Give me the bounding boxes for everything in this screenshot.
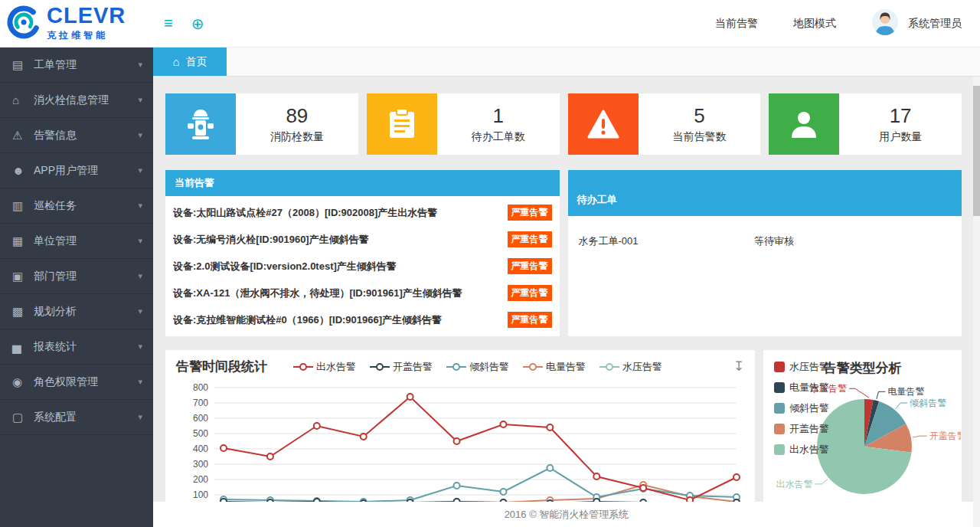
sidebar-item-inspection-tasks[interactable]: ▥ 巡检任务 ▾ (0, 188, 153, 224)
current-alerts-panel: 当前告警 设备:太阳山路试点栓#27（2008）[ID:902008]产生出水告… (165, 170, 560, 336)
tab-home-label: 首页 (186, 55, 207, 69)
stat-value: 5 (694, 104, 704, 128)
line-legend-item[interactable]: 电量告警 (523, 360, 586, 374)
footer: 2016 © 智能消火栓管理系统 (153, 502, 980, 527)
alert-text: 设备:XA-121（泄水阀不排水，待处理）[ID:901961]产生倾斜告警 (173, 286, 508, 300)
scrollbar-thumb[interactable] (973, 86, 980, 216)
globe-icon[interactable]: ⊕ (191, 15, 204, 33)
panel-title: 待办工单 (568, 170, 962, 216)
avatar[interactable] (871, 8, 899, 39)
alert-type-chart-panel: 告警类型分析 水压告警电量告警倾斜告警开盖告警出水告警 水压告警电量告警倾斜告警… (763, 350, 962, 503)
svg-text:开盖告警: 开盖告警 (929, 430, 961, 441)
sidebar: ▤ 工单管理 ▾ ⌂ 消火栓信息管理 ▾ ⚠ 告警信息 ▾ ☻ APP用户管理 … (0, 47, 153, 527)
home-icon: ⌂ (172, 55, 179, 68)
severe-alert-badge: 严重告警 (508, 258, 552, 274)
stat-card-pending-orders: 1 待办工单数 (367, 93, 560, 155)
alert-list-item[interactable]: 设备:2.0测试设备[ID:version2.0test]产生倾斜告警 严重告警 (173, 253, 552, 280)
brand-name: CLEVR (47, 5, 126, 27)
pending-orders-panel: 待办工单 水务工单-001 等待审核 (568, 170, 962, 336)
chevron-down-icon: ▾ (138, 130, 142, 140)
panel-title: 当前告警 (165, 170, 560, 196)
svg-text:400: 400 (193, 444, 208, 454)
scrollbar[interactable] (973, 77, 980, 527)
stat-value: 17 (890, 104, 912, 128)
sidebar-item-role-permissions[interactable]: ◉ 角色权限管理 ▾ (0, 365, 153, 400)
sidebar-item-label: 巡检任务 (34, 199, 138, 213)
alert-list-item[interactable]: 设备:XA-121（泄水阀不排水，待处理）[ID:901961]产生倾斜告警 严… (173, 280, 552, 306)
role-permissions-icon: ◉ (12, 375, 32, 389)
inspection-tasks-icon: ▥ (12, 199, 32, 213)
alert-time-chart-panel: 告警时间段统计 出水告警开盖告警倾斜告警电量告警水压告警 ↧ 100200300… (165, 350, 755, 503)
sidebar-item-system-config[interactable]: ▢ 系统配置 ▾ (0, 400, 153, 435)
work-orders-icon: ▤ (12, 58, 32, 72)
chevron-down-icon: ▾ (138, 95, 142, 105)
svg-text:300: 300 (193, 459, 208, 470)
stat-label: 待办工单数 (472, 130, 525, 144)
sidebar-item-planning-analysis[interactable]: ▩ 规划分析 ▾ (0, 294, 153, 329)
sidebar-item-app-users[interactable]: ☻ APP用户管理 ▾ (0, 153, 153, 188)
sidebar-item-label: 告警信息 (34, 129, 138, 142)
pie-legend-item[interactable]: 倾斜告警 (774, 401, 829, 415)
tab-home[interactable]: ⌂ 首页 (153, 47, 227, 76)
stat-card-user-count: 17 用户数量 (769, 93, 962, 155)
svg-text:200: 200 (193, 474, 208, 485)
sidebar-item-report-stats[interactable]: ▅ 报表统计 ▾ (0, 329, 153, 365)
sidebar-item-work-orders[interactable]: ▤ 工单管理 ▾ (0, 47, 153, 83)
sidebar-item-departments[interactable]: ▣ 部门管理 ▾ (0, 259, 153, 294)
pie-legend-item[interactable]: 水压告警 (774, 360, 829, 374)
line-legend-item[interactable]: 出水告警 (293, 360, 356, 374)
alert-list-item[interactable]: 设备:太阳山路试点栓#27（2008）[ID:902008]产生出水告警 严重告… (173, 199, 552, 226)
svg-text:电量告警: 电量告警 (887, 386, 924, 397)
sidebar-item-label: 工单管理 (34, 58, 138, 72)
sidebar-item-label: 部门管理 (34, 270, 138, 283)
chevron-down-icon: ▾ (138, 271, 142, 281)
alert-info-icon: ⚠ (12, 129, 32, 142)
pie-chart-legend: 水压告警电量告警倾斜告警开盖告警出水告警 (774, 360, 829, 457)
sidebar-item-label: APP用户管理 (34, 164, 138, 178)
planning-analysis-icon: ▩ (12, 305, 32, 319)
svg-text:倾斜告警: 倾斜告警 (909, 398, 946, 408)
main-area: ⌂ 首页 89 (153, 47, 980, 527)
alert-text: 设备:太阳山路试点栓#27（2008）[ID:902008]产生出水告警 (173, 206, 508, 220)
header-link-map-mode[interactable]: 地图模式 (793, 17, 836, 31)
line-chart-legend: 出水告警开盖告警倾斜告警电量告警水压告警 (293, 360, 662, 374)
line-legend-item[interactable]: 倾斜告警 (446, 360, 509, 374)
stat-label: 用户数量 (879, 130, 922, 144)
sidebar-item-units[interactable]: ▦ 单位管理 ▾ (0, 224, 153, 259)
svg-text:500: 500 (193, 428, 208, 439)
alert-list-item[interactable]: 设备:克拉维智能测试栓#0（1966）[ID:901966]产生倾斜告警 严重告… (173, 306, 552, 333)
person-icon (769, 93, 839, 155)
download-icon[interactable]: ↧ (733, 358, 744, 375)
header-link-current-alerts[interactable]: 当前告警 (715, 17, 758, 31)
svg-text:700: 700 (193, 398, 208, 408)
sidebar-item-label: 报表统计 (34, 340, 138, 354)
pie-legend-item[interactable]: 开盖告警 (774, 422, 829, 436)
warning-triangle-icon (568, 93, 639, 155)
clevr-logo-icon (6, 5, 41, 43)
top-header: CLEVR 克拉维智能 ≡ ⊕ 当前告警 地图模式 系统管理员 (0, 0, 980, 47)
todo-list-item[interactable]: 水务工单-001 等待审核 (579, 234, 952, 248)
severe-alert-badge: 严重告警 (508, 312, 552, 328)
sidebar-item-label: 单位管理 (34, 234, 138, 248)
user-menu[interactable]: 系统管理员 (871, 8, 962, 39)
svg-text:800: 800 (193, 382, 208, 393)
pie-legend-item[interactable]: 出水告警 (774, 443, 829, 457)
sidebar-item-alert-info[interactable]: ⚠ 告警信息 ▾ (0, 118, 153, 153)
line-chart-title: 告警时间段统计 (176, 358, 267, 375)
sidebar-item-hydrant-info[interactable]: ⌂ 消火栓信息管理 ▾ (0, 83, 153, 118)
svg-text:出水告警: 出水告警 (776, 479, 812, 489)
severe-alert-badge: 严重告警 (508, 231, 552, 247)
sidebar-item-label: 角色权限管理 (34, 375, 138, 389)
chevron-down-icon: ▾ (138, 342, 142, 352)
chevron-down-icon: ▾ (138, 236, 142, 246)
hamburger-menu-icon[interactable]: ≡ (164, 15, 173, 32)
hydrant-info-icon: ⌂ (12, 93, 32, 106)
sidebar-item-label: 规划分析 (34, 305, 138, 319)
line-legend-item[interactable]: 开盖告警 (370, 360, 433, 374)
stat-label: 消防栓数量 (270, 130, 324, 144)
line-legend-item[interactable]: 水压告警 (599, 360, 662, 374)
pie-legend-item[interactable]: 电量告警 (774, 381, 829, 394)
alert-list-item[interactable]: 设备:无编号消火栓[ID:901960]产生倾斜告警 严重告警 (173, 226, 552, 253)
system-config-icon: ▢ (12, 411, 32, 424)
report-stats-icon: ▅ (12, 340, 32, 354)
